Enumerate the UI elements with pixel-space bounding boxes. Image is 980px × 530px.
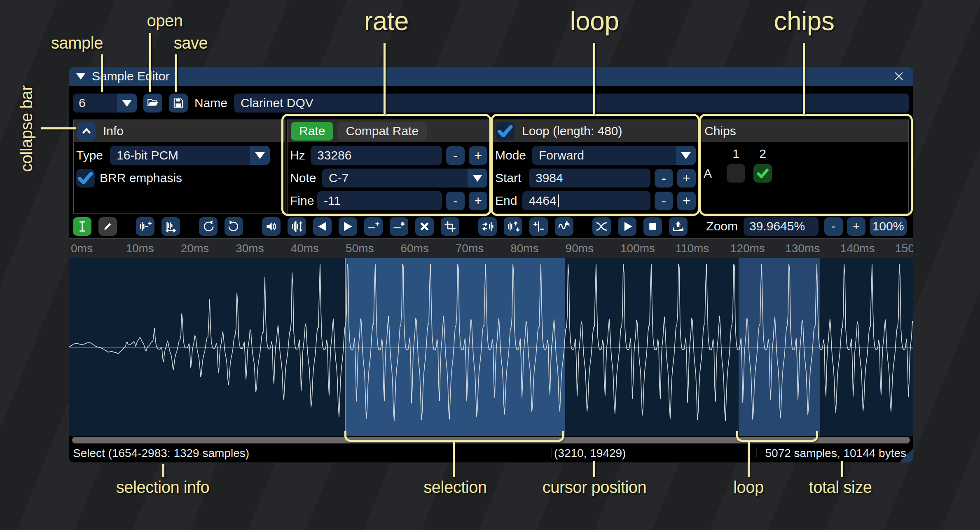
zoom-out-button[interactable]: - (824, 217, 843, 236)
export-icon (672, 220, 685, 233)
rate-panel-header: Rate Compat Rate (288, 120, 490, 142)
note-value: C-7 (322, 169, 468, 188)
open-sample-button[interactable] (143, 94, 162, 113)
desktop-background: Sample Editor 6 Name Clarine (0, 0, 980, 530)
chip-1-checkbox[interactable] (727, 164, 745, 183)
tab-compat-rate[interactable]: Compat Rate (337, 122, 427, 141)
sample-editor-window: Sample Editor 6 Name Clarine (69, 67, 913, 462)
waveform-view[interactable] (69, 258, 913, 436)
trim-button[interactable] (441, 217, 459, 236)
play-icon (621, 220, 634, 233)
type-dropdown[interactable]: 16-bit PCM (110, 146, 270, 165)
annotation-cursor-position: cursor position (533, 478, 656, 497)
crossfade-button[interactable] (592, 217, 611, 236)
rate-panel: Rate Compat Rate Hz 33286 - + Note C-7 (287, 120, 491, 214)
trim-icon (444, 220, 456, 233)
name-input[interactable]: Clarinet DQV (234, 94, 909, 113)
sign-invert-button[interactable] (529, 217, 548, 236)
select-tool-button[interactable] (73, 217, 91, 236)
undo-button[interactable] (199, 217, 218, 236)
hz-decrease-button[interactable]: - (446, 146, 465, 165)
zoom-label: Zoom (706, 219, 738, 233)
redo-icon (227, 220, 240, 233)
hz-input[interactable]: 33286 (311, 146, 442, 165)
loop-end-decrease-button[interactable]: - (655, 192, 673, 210)
amplify-button[interactable] (262, 217, 281, 236)
type-value: 16-bit PCM (110, 146, 250, 165)
chip-2-checkbox[interactable] (753, 164, 772, 183)
filter-button[interactable] (555, 217, 573, 236)
hz-increase-button[interactable]: + (469, 146, 487, 165)
fine-increase-button[interactable]: + (469, 192, 487, 210)
annotation-loop-bottom: loop (707, 478, 790, 497)
chevron-down-icon (468, 169, 487, 188)
annotation-line-total-size (841, 461, 843, 477)
resize-button[interactable] (161, 217, 180, 236)
fine-input[interactable]: -11 (317, 191, 442, 210)
normalize-icon (290, 220, 303, 233)
normalize-button[interactable] (288, 217, 306, 236)
window-titlebar[interactable]: Sample Editor (69, 67, 913, 86)
window-collapse-icon[interactable] (76, 73, 85, 80)
timeline-tick: 120ms (730, 242, 765, 255)
loop-mode-dropdown[interactable]: Forward (532, 146, 696, 165)
preview-button[interactable] (618, 217, 636, 236)
chevron-down-icon[interactable] (117, 94, 137, 113)
window-title: Sample Editor (92, 69, 169, 83)
chips-panel-title: Chips (704, 124, 736, 138)
zoom-input[interactable]: 39.9645% (744, 217, 819, 236)
status-bar: Select (1654-2983: 1329 samples) (3210, … (69, 444, 913, 462)
stop-icon (646, 220, 659, 233)
annotation-selection-info: selection info (101, 478, 225, 497)
annotation-collapse-bar: collapse bar (17, 73, 36, 184)
stop-preview-button[interactable] (643, 217, 662, 236)
brr-emphasis-checkbox[interactable] (76, 169, 95, 188)
fade_out-icon (341, 220, 354, 233)
fade-out-button[interactable] (339, 217, 357, 236)
timeline-ruler[interactable]: 0ms10ms20ms30ms40ms50ms60ms70ms80ms90ms1… (69, 239, 913, 258)
loop-start-increase-button[interactable]: + (677, 169, 696, 188)
delete-button[interactable] (415, 217, 434, 236)
apply-silence-button[interactable] (390, 217, 408, 236)
timeline-tick: 30ms (236, 242, 264, 255)
brr-emphasis-label: BRR emphasis (100, 171, 182, 185)
check-icon (496, 122, 515, 141)
waveform-trace (69, 258, 913, 436)
annotation-chips: chips (742, 6, 866, 36)
annotation-total-size: total size (779, 478, 902, 497)
resize-grip[interactable] (899, 448, 913, 462)
resample-button[interactable] (136, 217, 154, 236)
make-instrument-button[interactable] (669, 217, 688, 236)
insert-silence-button[interactable] (364, 217, 383, 236)
mode-label: Mode (495, 148, 532, 162)
collapse-panel-button[interactable] (77, 122, 96, 141)
scrollbar-thumb[interactable] (72, 437, 910, 443)
loop-start-input[interactable]: 3984 (529, 169, 650, 188)
chip-row-label: A (704, 167, 727, 181)
note-dropdown[interactable]: C-7 (322, 169, 487, 188)
reverse-button[interactable] (478, 217, 497, 236)
annotation-rate: rate (325, 6, 448, 36)
save-sample-button[interactable] (169, 94, 188, 113)
sample-number-combo[interactable]: 6 (73, 94, 137, 113)
name-label: Name (194, 96, 227, 110)
chip-column-header: 2 (753, 147, 772, 161)
zoom-reset-button[interactable]: 100% (870, 217, 907, 236)
fade-in-button[interactable] (313, 217, 332, 236)
fade_in-icon (316, 220, 329, 233)
close-button[interactable] (892, 69, 906, 83)
loop-start-decrease-button[interactable]: - (655, 169, 673, 188)
loop-end-input[interactable]: 4464 (522, 191, 650, 210)
fine-decrease-button[interactable]: - (446, 192, 465, 210)
tab-rate[interactable]: Rate (291, 122, 333, 141)
draw-tool-button[interactable] (98, 217, 117, 236)
loop-enable-checkbox[interactable] (496, 122, 515, 141)
chips-panel-header: Chips (701, 120, 908, 142)
horizontal-scrollbar[interactable] (69, 436, 913, 444)
timeline-tick: 70ms (456, 242, 484, 255)
info-panel: Info Type 16-bit PCM BRR emph (73, 120, 285, 214)
zoom-in-button[interactable]: + (847, 217, 865, 236)
redo-button[interactable] (225, 217, 243, 236)
invert-button[interactable] (504, 217, 522, 236)
loop-end-increase-button[interactable]: + (677, 192, 696, 210)
